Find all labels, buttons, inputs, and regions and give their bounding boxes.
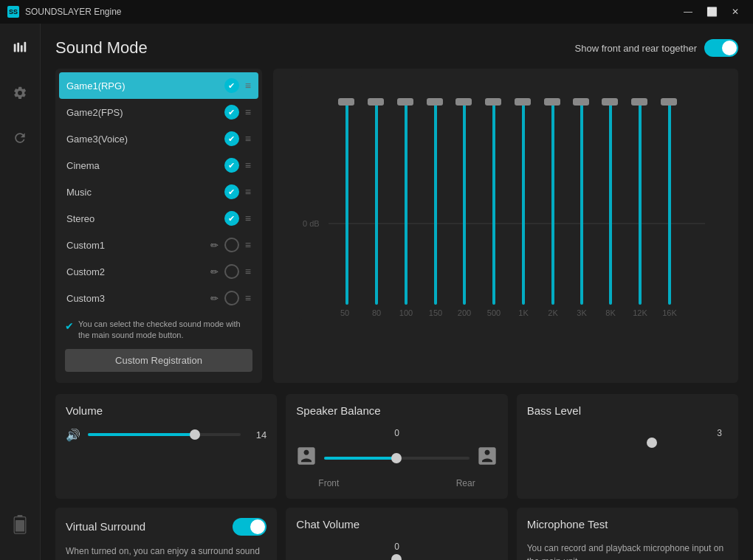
virtual-surround-title: Virtual Surround	[66, 520, 145, 533]
close-button[interactable]: ✕	[725, 4, 746, 19]
microphone-test-description: You can record and playback microphone i…	[527, 542, 728, 560]
edit-icon[interactable]: ✏	[210, 240, 219, 251]
microphone-test-panel: Microphone Test You can record and playb…	[517, 508, 738, 560]
sidebar-bottom	[7, 511, 33, 549]
sound-mode-item[interactable]: Game1(RPG) ✔ ≡	[59, 72, 258, 99]
mode-check-icon	[224, 291, 239, 305]
mode-name: Music	[66, 187, 219, 198]
edit-icon[interactable]: ✏	[210, 293, 219, 304]
sound-mode-item[interactable]: Custom2 ✏ ≡	[59, 258, 258, 285]
svg-rect-35	[573, 98, 589, 106]
notice-text: You can select the checked sound mode wi…	[78, 319, 252, 342]
chat-volume-title: Chat Volume	[296, 518, 497, 530]
mode-name: Game2(FPS)	[66, 107, 219, 118]
drag-icon[interactable]: ≡	[245, 239, 251, 251]
volume-slider-track[interactable]	[88, 433, 241, 436]
svg-rect-44	[661, 98, 677, 106]
sidebar-item-refresh[interactable]	[7, 125, 33, 151]
titlebar-controls[interactable]: — ⬜ ✕	[678, 4, 746, 19]
svg-rect-11	[338, 98, 354, 106]
minimize-button[interactable]: —	[678, 4, 698, 19]
maximize-button[interactable]: ⬜	[701, 4, 722, 19]
mode-check-icon: ✔	[224, 158, 239, 173]
speaker-balance-panel: Speaker Balance 0	[286, 394, 507, 499]
mode-check-icon	[224, 264, 239, 279]
drag-icon[interactable]: ≡	[245, 186, 251, 198]
notice-check-icon: ✔	[65, 319, 74, 334]
show-front-rear-toggle[interactable]	[704, 39, 738, 57]
svg-rect-26	[485, 98, 501, 106]
svg-text:2K: 2K	[548, 308, 558, 317]
eq-panel: 0 dB 50 80	[273, 69, 738, 383]
virtual-surround-toggle[interactable]	[233, 518, 267, 536]
drag-icon[interactable]: ≡	[245, 106, 251, 118]
chat-volume-value: 0	[394, 542, 399, 552]
sound-mode-item[interactable]: Stereo ✔ ≡	[59, 205, 258, 232]
svg-text:1K: 1K	[518, 308, 529, 317]
svg-rect-41	[631, 98, 647, 106]
mode-name: Custom1	[66, 240, 204, 251]
virtual-surround-knob	[250, 519, 265, 534]
sidebar-item-settings[interactable]	[7, 80, 33, 106]
volume-value: 14	[248, 429, 267, 440]
bass-value: 3	[717, 428, 722, 438]
sound-mode-item[interactable]: Game2(FPS) ✔ ≡	[59, 99, 258, 125]
volume-slider-thumb[interactable]	[190, 429, 200, 440]
svg-rect-25	[492, 102, 495, 305]
mode-check-icon: ✔	[224, 105, 239, 120]
svg-rect-37	[609, 102, 612, 305]
svg-text:8K: 8K	[605, 308, 616, 317]
sound-mode-header: Sound Mode Show front and rear together	[55, 38, 738, 58]
svg-rect-17	[397, 98, 413, 106]
mode-name: Game1(RPG)	[66, 80, 219, 91]
svg-rect-22	[463, 102, 466, 305]
sound-mode-item[interactable]: Music ✔ ≡	[59, 179, 258, 205]
svg-rect-34	[580, 102, 583, 305]
drag-icon[interactable]: ≡	[245, 159, 251, 171]
drag-icon[interactable]: ≡	[245, 80, 251, 91]
balance-slider-thumb[interactable]	[391, 453, 402, 463]
sound-mode-item[interactable]: Custom1 ✏ ≡	[59, 232, 258, 258]
mode-name: Cinema	[66, 160, 219, 171]
sidebar-item-equalizer[interactable]	[7, 35, 33, 61]
edit-icon[interactable]: ✏	[210, 266, 219, 277]
svg-rect-6	[16, 520, 24, 532]
speaker-balance-title: Speaker Balance	[296, 404, 497, 417]
sound-mode-footer: ✔ You can select the checked sound mode …	[59, 311, 258, 379]
front-speaker-icon	[296, 446, 317, 471]
mode-name: Custom3	[66, 293, 204, 304]
bass-slider-thumb[interactable]	[647, 438, 657, 448]
svg-rect-10	[345, 102, 348, 305]
balance-slider-track[interactable]	[324, 457, 469, 460]
app-title: SOUNDSLAYER Engine	[25, 7, 122, 17]
sound-mode-item[interactable]: Cinema ✔ ≡	[59, 152, 258, 179]
sidebar	[0, 24, 41, 560]
chat-volume-panel: Chat Volume 0	[286, 508, 507, 560]
rear-speaker-icon	[477, 446, 498, 471]
mode-name: Game3(Voice)	[66, 134, 219, 145]
balance-slider-row	[296, 446, 497, 471]
sound-mode-item[interactable]: Custom3 ✏ ≡	[59, 285, 258, 311]
bass-control: 3	[527, 428, 728, 443]
custom-registration-button[interactable]: Custom Registration	[65, 349, 252, 372]
sound-mode-list: Game1(RPG) ✔ ≡ Game2(FPS) ✔ ≡ Game3(Voic…	[55, 69, 262, 383]
chat-volume-slider-thumb[interactable]	[391, 554, 402, 560]
page-title: Sound Mode	[55, 38, 148, 58]
volume-title: Volume	[66, 404, 267, 417]
mode-check-icon: ✔	[224, 131, 239, 146]
drag-icon[interactable]: ≡	[245, 292, 251, 304]
svg-rect-7	[299, 76, 712, 319]
svg-text:0 dB: 0 dB	[303, 219, 320, 228]
balance-control: 0 Front	[296, 428, 497, 488]
volume-control: 🔊 14	[66, 428, 267, 442]
sound-mode-item[interactable]: Game3(Voice) ✔ ≡	[59, 125, 258, 152]
drag-icon[interactable]: ≡	[245, 266, 251, 277]
bass-level-title: Bass Level	[527, 404, 728, 417]
front-label: Front	[318, 478, 339, 488]
svg-text:12K: 12K	[633, 308, 647, 317]
drag-icon[interactable]: ≡	[245, 133, 251, 145]
svg-rect-0	[14, 44, 16, 52]
drag-icon[interactable]: ≡	[245, 212, 251, 224]
svg-rect-20	[427, 98, 443, 106]
svg-rect-31	[551, 102, 554, 305]
